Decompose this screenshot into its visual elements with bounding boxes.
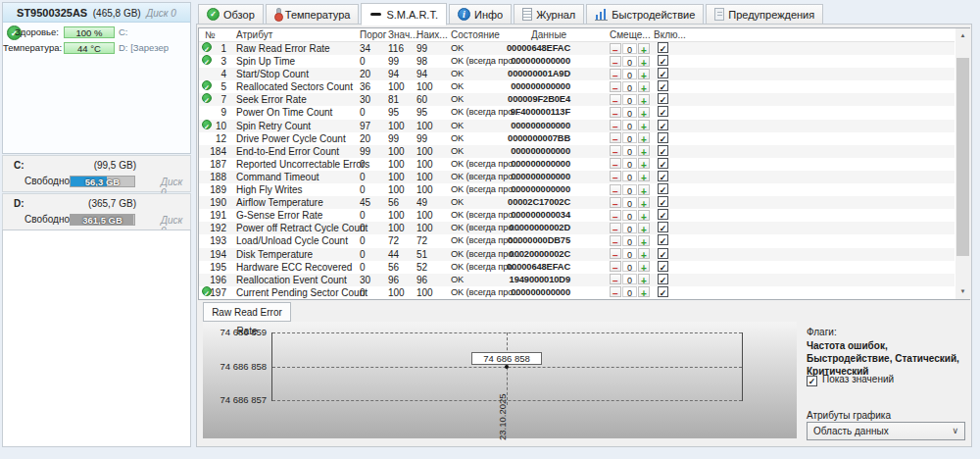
col-worst[interactable]: Наих... xyxy=(416,29,448,41)
tab-document[interactable]: Журнал xyxy=(514,4,584,25)
table-row[interactable]: 189 High Fly Writes 0 100 100 OK (всегда… xyxy=(199,183,955,196)
col-num[interactable]: № xyxy=(205,29,216,41)
partition-card-c[interactable]: C: (99,5 GB) Свободно 56,3 GB Диск 0 xyxy=(2,155,191,192)
offset-increase-button[interactable]: + xyxy=(638,235,650,246)
table-row[interactable]: 187 Reported Uncorrectable Errors 0 100 … xyxy=(199,158,955,171)
offset-decrease-button[interactable]: − xyxy=(610,210,621,221)
table-row[interactable]: 195 Hardware ECC Recovered 0 56 52 OK (в… xyxy=(199,261,955,274)
offset-decrease-button[interactable]: − xyxy=(610,81,621,92)
table-row[interactable]: 184 End-to-End Error Count 99 100 100 OK… xyxy=(199,145,955,158)
enabled-checkbox[interactable] xyxy=(658,248,668,259)
offset-increase-button[interactable]: + xyxy=(638,120,650,130)
scrollbar-thumb[interactable] xyxy=(956,58,969,256)
chart-tab-raw-read-error-rate[interactable]: Raw Read Error Rate xyxy=(203,302,291,322)
offset-decrease-button[interactable]: − xyxy=(610,132,621,143)
table-row[interactable]: 5 Reallocated Sectors Count 36 100 100 O… xyxy=(199,80,955,93)
offset-decrease-button[interactable]: − xyxy=(610,120,621,130)
enabled-checkbox[interactable] xyxy=(658,42,668,53)
offset-decrease-button[interactable]: − xyxy=(610,107,621,118)
offset-decrease-button[interactable]: − xyxy=(610,171,621,181)
offset-increase-button[interactable]: + xyxy=(638,43,650,54)
tab-dash[interactable]: S.M.A.R.T. xyxy=(361,3,447,26)
table-row[interactable]: 190 Airflow Temperature 45 56 49 OK 0000… xyxy=(199,196,955,209)
offset-increase-button[interactable]: + xyxy=(638,197,650,208)
offset-increase-button[interactable]: + xyxy=(638,210,650,221)
offset-decrease-button[interactable]: − xyxy=(610,248,621,259)
col-status[interactable]: Состояние xyxy=(451,29,500,41)
enabled-checkbox[interactable] xyxy=(658,286,668,297)
offset-decrease-button[interactable]: − xyxy=(610,261,621,272)
col-enabled[interactable]: Вклю... xyxy=(654,29,686,41)
offset-decrease-button[interactable]: − xyxy=(610,286,621,297)
offset-decrease-button[interactable]: − xyxy=(610,274,621,284)
enabled-checkbox[interactable] xyxy=(658,132,668,143)
offset-decrease-button[interactable]: − xyxy=(610,184,621,195)
enabled-checkbox[interactable] xyxy=(658,158,668,169)
table-row[interactable]: 1 Raw Read Error Rate 34 116 99 OK 00000… xyxy=(199,42,955,55)
col-threshold[interactable]: Порог xyxy=(360,29,387,41)
table-row[interactable]: 12 Drive Power Cycle Count 20 99 99 OK 0… xyxy=(199,132,955,145)
offset-decrease-button[interactable]: − xyxy=(610,223,621,233)
offset-increase-button[interactable]: + xyxy=(638,248,650,259)
offset-increase-button[interactable]: + xyxy=(638,274,650,284)
table-row[interactable]: 9 Power On Time Count 0 95 95 OK (всегда… xyxy=(199,106,955,119)
offset-increase-button[interactable]: + xyxy=(638,145,650,156)
tab-bar-chart[interactable]: Быстродействие xyxy=(586,4,704,25)
tab-info-circle[interactable]: Инфо xyxy=(449,4,512,25)
col-attribute[interactable]: Атрибут xyxy=(236,29,272,41)
enabled-checkbox[interactable] xyxy=(658,196,668,207)
table-row[interactable]: 7 Seek Error Rate 30 81 60 OK 000009F2B0… xyxy=(199,93,955,106)
col-data[interactable]: Данные xyxy=(531,29,566,41)
enabled-checkbox[interactable] xyxy=(658,80,668,91)
enabled-checkbox[interactable] xyxy=(658,68,668,78)
tab-thermometer[interactable]: Температура xyxy=(266,4,360,25)
scroll-down-icon[interactable]: ▼ xyxy=(956,284,970,299)
enabled-checkbox[interactable] xyxy=(658,222,668,232)
table-row[interactable]: 194 Disk Temperature 0 44 51 OK (всегда … xyxy=(199,248,955,261)
enabled-checkbox[interactable] xyxy=(658,106,668,117)
tab-check-circle[interactable]: Обзор xyxy=(198,4,264,25)
disk-summary-card[interactable]: ST9500325AS (465,8 GB) Диск 0 Здоровье: … xyxy=(2,2,191,154)
table-row[interactable]: 197 Current Pending Sector Count 0 100 1… xyxy=(199,286,955,299)
offset-increase-button[interactable]: + xyxy=(638,132,650,143)
scroll-up-icon[interactable]: ▲ xyxy=(956,28,970,43)
table-row[interactable]: 191 G-Sense Error Rate 0 100 100 OK (все… xyxy=(199,209,955,222)
enabled-checkbox[interactable] xyxy=(658,183,668,194)
offset-decrease-button[interactable]: − xyxy=(610,43,621,54)
offset-increase-button[interactable]: + xyxy=(638,184,650,195)
table-row[interactable]: 10 Spin Retry Count 97 100 100 OK 000000… xyxy=(199,120,955,132)
offset-decrease-button[interactable]: − xyxy=(610,94,621,105)
enabled-checkbox[interactable] xyxy=(658,120,668,130)
table-row[interactable]: 193 Load/Unload Cycle Count 0 72 72 OK (… xyxy=(199,234,955,247)
offset-increase-button[interactable]: + xyxy=(638,94,650,105)
show-values-checkbox[interactable] xyxy=(807,376,817,386)
col-offset[interactable]: Смеще... xyxy=(610,29,651,41)
table-row[interactable]: 192 Power off Retract Cycle Count 0 100 … xyxy=(199,222,955,234)
enabled-checkbox[interactable] xyxy=(658,274,668,284)
offset-increase-button[interactable]: + xyxy=(638,158,650,169)
partition-card-d[interactable]: D: (365,7 GB) Свободно 361,5 GB Диск 0 xyxy=(2,193,191,230)
enabled-checkbox[interactable] xyxy=(658,171,668,181)
table-row[interactable]: 4 Start/Stop Count 20 94 94 OK 000000001… xyxy=(199,68,955,80)
offset-decrease-button[interactable]: − xyxy=(610,145,621,156)
offset-increase-button[interactable]: + xyxy=(638,107,650,118)
offset-increase-button[interactable]: + xyxy=(638,81,650,92)
tab-alert-page[interactable]: Предупреждения xyxy=(706,4,823,25)
table-row[interactable]: 3 Spin Up Time 0 99 98 OK (всегда про...… xyxy=(199,55,955,68)
chart-attributes-select[interactable]: Область данных ∨ xyxy=(807,422,965,440)
enabled-checkbox[interactable] xyxy=(658,261,668,272)
offset-increase-button[interactable]: + xyxy=(638,171,650,181)
enabled-checkbox[interactable] xyxy=(658,55,668,66)
col-value[interactable]: Знач... xyxy=(388,29,417,41)
offset-increase-button[interactable]: + xyxy=(638,56,650,67)
enabled-checkbox[interactable] xyxy=(658,234,668,245)
enabled-checkbox[interactable] xyxy=(658,93,668,104)
table-row[interactable]: 188 Command Timeout 0 100 100 OK (всегда… xyxy=(199,171,955,183)
table-scrollbar[interactable]: ▲ ▼ xyxy=(956,28,970,299)
enabled-checkbox[interactable] xyxy=(658,209,668,220)
offset-decrease-button[interactable]: − xyxy=(610,158,621,169)
offset-increase-button[interactable]: + xyxy=(638,286,650,297)
offset-increase-button[interactable]: + xyxy=(638,69,650,79)
enabled-checkbox[interactable] xyxy=(658,145,668,156)
offset-decrease-button[interactable]: − xyxy=(610,56,621,67)
